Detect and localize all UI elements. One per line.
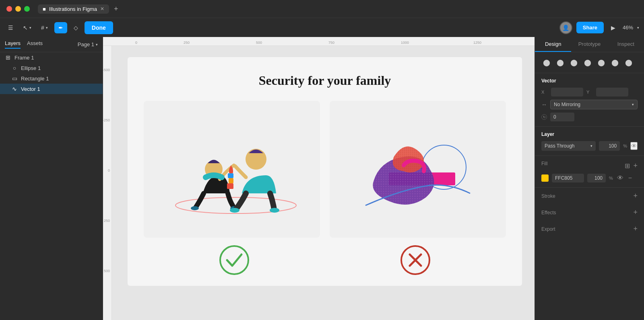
menu-button[interactable]: ☰ [5, 22, 17, 33]
ellipse1-label: Ellipse 1 [21, 65, 41, 71]
tab-close-icon[interactable]: ✕ [100, 6, 104, 12]
layer-frame1[interactable]: ⊞ Frame 1 [0, 52, 103, 63]
rectangle1-label: Rectangle 1 [21, 76, 49, 82]
ruler-vmark--500: -500 [103, 68, 110, 72]
pen-tool-button[interactable]: ✒ [54, 22, 67, 33]
align-center-h-button[interactable]: ⬤ [555, 57, 566, 68]
layer-visibility-button[interactable]: 👁 [630, 142, 638, 150]
blend-mode-label: Pass Through [545, 143, 575, 149]
svg-point-16 [220, 246, 248, 274]
opacity-input[interactable] [599, 141, 620, 151]
rotation-input[interactable] [550, 113, 574, 121]
ruler-mark-750: 750 [328, 41, 334, 45]
vector-section: Vector X Y ↔ No Mirroring ▾ ↻ [535, 73, 644, 127]
tab-title: Illustrations in Figma [49, 6, 97, 12]
maximize-button[interactable] [24, 6, 30, 12]
export-label: Export [541, 226, 555, 232]
card-left [144, 101, 320, 238]
tab-layers[interactable]: Layers [5, 40, 21, 49]
layer-ellipse1[interactable]: ○ Ellipse 1 [0, 63, 103, 73]
ruler-mark-0: 0 [135, 41, 137, 45]
ruler-vmark-0: 0 [108, 168, 110, 172]
effects-add-button[interactable]: + [633, 208, 638, 217]
pen-icon: ✒ [58, 25, 63, 31]
fill-remove-button[interactable]: − [627, 174, 633, 183]
illustration-right [341, 113, 494, 226]
x-mark-icon [399, 244, 431, 276]
zoom-label: 46% [623, 25, 633, 31]
fill-add-button[interactable]: + [633, 162, 638, 170]
ruler-mark-1000: 1000 [401, 41, 409, 45]
stroke-label: Stroke [541, 193, 555, 199]
check-mark-icon [218, 244, 250, 276]
svg-point-2 [191, 206, 199, 210]
align-right-button[interactable]: ⬤ [569, 57, 579, 68]
svg-point-6 [270, 208, 279, 213]
fill-row: % 👁 − [541, 174, 638, 183]
x-input[interactable] [551, 88, 583, 96]
titlebar: ■ Illustrations in Figma ✕ + [0, 0, 644, 18]
minimize-button[interactable] [15, 6, 21, 12]
fill-hex-input[interactable] [552, 174, 584, 183]
fill-opacity-input[interactable] [587, 174, 606, 183]
zoom-chevron: ▾ [637, 26, 639, 30]
tab-design[interactable]: Design [535, 37, 571, 52]
mirroring-icon: ↔ [541, 101, 547, 108]
export-section: Export + [535, 221, 644, 237]
blend-chevron: ▾ [590, 144, 592, 148]
blend-mode-select[interactable]: Pass Through ▾ [541, 141, 596, 151]
canvas-area[interactable]: 0 250 500 750 1000 1250 1500 1750 -500 -… [103, 37, 535, 320]
ruler-vmark-250: 250 [104, 219, 110, 223]
play-button[interactable]: ▶ [608, 22, 619, 33]
ruler-vmark-500: 500 [104, 269, 110, 273]
close-button[interactable] [6, 6, 12, 12]
vector-layer-icon: ∿ [11, 86, 18, 92]
frame-tool-button[interactable]: # ▾ [38, 22, 51, 33]
share-button[interactable]: Share [576, 22, 604, 33]
move-tool-button[interactable]: ↖ ▾ [20, 22, 35, 33]
mirroring-row: ↔ No Mirroring ▾ [541, 100, 638, 109]
layer-vector1[interactable]: ∿ Vector 1 [0, 84, 103, 94]
svg-rect-8 [229, 178, 233, 183]
fill-color-swatch[interactable] [541, 174, 549, 182]
layer-title: Layer [541, 131, 638, 137]
tab-group: ■ Illustrations in Figma ✕ + [38, 4, 118, 14]
page-chevron: ▾ [96, 43, 98, 47]
panel-tabs: Layers Assets Page 1 ▾ [0, 37, 103, 52]
menu-icon: ☰ [8, 25, 13, 31]
align-bottom-button[interactable]: ⬤ [610, 57, 620, 68]
active-tab[interactable]: ■ Illustrations in Figma ✕ [38, 4, 109, 14]
stroke-add-button[interactable]: + [633, 192, 638, 200]
tab-page[interactable]: Page 1 ▾ [78, 40, 98, 49]
stroke-section: Stroke + [535, 188, 644, 204]
mirroring-select[interactable]: No Mirroring ▾ [550, 100, 638, 109]
canvas-frame: Security for your family [128, 57, 522, 286]
alignment-section: ⬤ ⬤ ⬤ ⬤ ⬤ ⬤ ⬤ [535, 52, 644, 73]
align-distribute-button[interactable]: ⬤ [623, 57, 634, 68]
rotation-icon: ↻ [541, 114, 547, 120]
export-add-button[interactable]: + [633, 225, 638, 233]
align-left-button[interactable]: ⬤ [541, 57, 552, 68]
align-center-v-button[interactable]: ⬤ [596, 57, 607, 68]
tab-prototype[interactable]: Prototype [571, 37, 607, 52]
tab-assets[interactable]: Assets [27, 40, 43, 49]
blend-row: Pass Through ▾ % 👁 [541, 141, 638, 151]
rectangle-layer-icon: ▭ [11, 75, 18, 82]
move-chevron: ▾ [29, 26, 31, 30]
align-top-button[interactable]: ⬤ [582, 57, 593, 68]
fill-grid-icon-button[interactable]: ⊞ [624, 161, 631, 170]
main: Layers Assets Page 1 ▾ ⊞ Frame 1 ○ Ellip… [0, 37, 644, 320]
eraser-tool-button[interactable]: ◇ [70, 22, 81, 33]
y-input[interactable] [596, 88, 628, 96]
vector-title: Vector [541, 78, 638, 84]
frame-icon: # [41, 25, 44, 31]
layer-rectangle1[interactable]: ▭ Rectangle 1 [0, 73, 103, 84]
done-button[interactable]: Done [85, 21, 113, 34]
tab-inspect[interactable]: Inspect [608, 37, 644, 52]
add-tab-button[interactable]: + [114, 5, 118, 13]
svg-rect-10 [229, 169, 233, 173]
fill-visibility-button[interactable]: 👁 [616, 174, 624, 183]
tab-icon: ■ [43, 6, 46, 12]
frame-chevron: ▾ [46, 26, 48, 30]
traffic-lights [6, 6, 30, 12]
